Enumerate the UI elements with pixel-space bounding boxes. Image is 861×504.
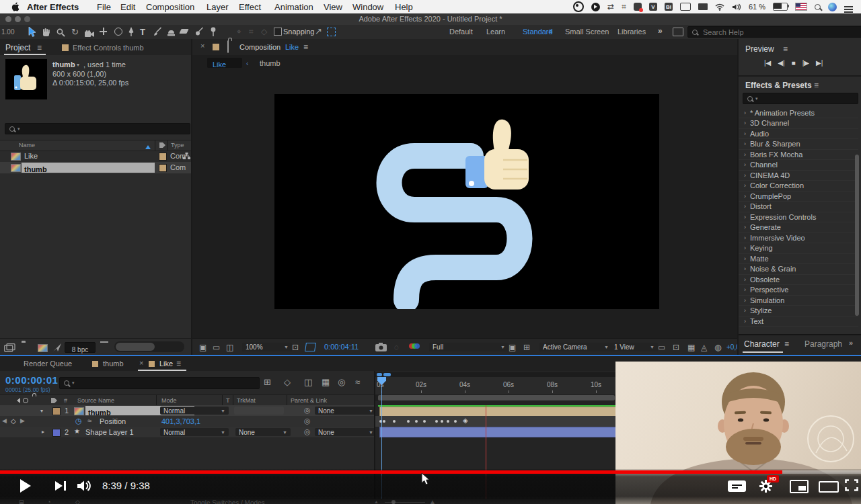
effects-category[interactable]: ›Keying — [739, 243, 858, 254]
project-row-name[interactable]: Like — [24, 152, 38, 160]
keyframe-diamond[interactable]: ◈ — [463, 417, 468, 424]
tab-thumb[interactable]: thumb — [103, 360, 124, 368]
bit-depth-button[interactable]: 8 bpc — [65, 342, 96, 353]
snapshot-camera-icon[interactable] — [375, 343, 387, 351]
puppet-pin-tool-icon[interactable] — [210, 27, 217, 40]
timeline-button-icon[interactable]: ▦ — [687, 343, 695, 351]
theater-mode-button[interactable] — [819, 481, 839, 493]
menu-animation[interactable]: Animation — [274, 2, 313, 12]
keyframe-dot[interactable] — [383, 420, 385, 423]
effects-scrollbar[interactable] — [855, 155, 859, 316]
menu-window[interactable]: Window — [352, 2, 383, 12]
previous-keyframe-icon[interactable]: ◀ — [2, 417, 7, 424]
sort-ascending-icon[interactable] — [145, 142, 151, 149]
hand-tool-icon[interactable] — [42, 28, 50, 40]
bi-app-icon[interactable]: BI — [665, 3, 673, 11]
effects-category[interactable]: ›Text — [739, 316, 858, 327]
layer-label-swatch[interactable] — [52, 429, 61, 437]
column-trkmat[interactable]: TrkMat — [237, 397, 256, 404]
comp-flowchart-icon[interactable]: ◬ — [701, 343, 707, 351]
keyframe-dot[interactable] — [423, 420, 426, 423]
timeline-panel-menu-icon[interactable]: ≡ — [176, 360, 181, 368]
workspace-standard-menu-icon[interactable]: ≡ — [549, 28, 553, 35]
effects-category[interactable]: ›Distort — [739, 202, 858, 212]
workspace-small-screen[interactable]: Small Screen — [565, 28, 609, 36]
pixel-aspect-icon[interactable]: ▭ — [658, 343, 665, 351]
reset-exposure-icon[interactable]: ◍ — [714, 343, 721, 351]
magnification-dropdown[interactable]: 100%▼ — [242, 343, 292, 351]
type-tool-icon[interactable]: T — [140, 27, 145, 37]
frame-blending-icon[interactable]: ▦ — [322, 378, 330, 386]
spotlight-icon[interactable] — [815, 4, 821, 10]
tab-project[interactable]: Project — [5, 43, 30, 52]
menu-edit[interactable]: Edit — [120, 2, 135, 12]
clone-stamp-tool-icon[interactable] — [167, 28, 176, 40]
effects-category[interactable]: ›Blur & Sharpen — [739, 139, 858, 150]
effects-category[interactable]: ›Stylize — [739, 306, 858, 317]
panel-overflow-chevron[interactable]: » — [849, 339, 853, 347]
motion-blur-icon[interactable]: ◎ — [338, 378, 345, 386]
project-item-thumbnail[interactable] — [5, 59, 47, 99]
preview-panel-title[interactable]: Preview — [745, 44, 774, 54]
column-name[interactable]: Name — [19, 142, 35, 149]
solo-column-icon[interactable] — [23, 398, 28, 403]
region-of-interest-icon[interactable]: ▣ — [509, 343, 516, 351]
menu-help[interactable]: Help — [395, 2, 413, 12]
preview-panel-menu-icon[interactable]: ≡ — [783, 45, 788, 53]
effects-search-field[interactable]: ▾ — [743, 93, 858, 104]
pickwhip-icon[interactable]: ◎ — [304, 427, 311, 436]
effects-category[interactable]: ›Noise & Grain — [739, 264, 858, 275]
keyframe-dot[interactable] — [393, 420, 396, 423]
effects-category[interactable]: ›Perspective — [739, 285, 858, 296]
menu-composition[interactable]: Composition — [146, 2, 194, 12]
mask-visibility-icon[interactable] — [305, 343, 316, 351]
local-axis-mode-icon[interactable]: ⌖ — [237, 28, 241, 36]
timeline-search-input[interactable] — [77, 378, 235, 388]
miniplayer-button[interactable] — [790, 480, 809, 493]
menu-effect[interactable]: Effect — [239, 2, 261, 12]
effects-search-input[interactable] — [761, 94, 844, 103]
project-panel-menu-icon[interactable]: ≡ — [37, 44, 42, 52]
close-tab-icon[interactable]: × — [200, 42, 204, 50]
menu-file[interactable]: File — [97, 2, 111, 12]
blend-mode-dropdown[interactable]: Normal▼ — [160, 407, 229, 415]
parent-dropdown[interactable]: None▼ — [315, 428, 377, 436]
tab-effect-controls[interactable]: Effect Controls thumb — [73, 44, 144, 52]
timeline-search-field[interactable]: ▾ — [59, 377, 260, 389]
selected-name-field[interactable]: thumb — [22, 163, 155, 173]
help-search-input[interactable] — [702, 28, 839, 37]
expand-caret-icon[interactable]: ▾ — [40, 408, 43, 414]
column-parent-link[interactable]: Parent & Link — [291, 397, 327, 404]
parent-dropdown[interactable]: None▼ — [315, 407, 377, 415]
stopwatch-icon[interactable]: ◷ — [75, 417, 82, 425]
effects-category[interactable]: ›Generate — [739, 222, 858, 233]
roto-brush-tool-icon[interactable] — [195, 27, 204, 39]
window-minimize-button[interactable] — [15, 16, 21, 22]
keyframe-dot[interactable] — [415, 420, 418, 423]
view-layout-dropdown[interactable]: 1 View▼ — [611, 343, 658, 351]
display-icon[interactable] — [698, 3, 708, 10]
battery-icon[interactable] — [773, 3, 788, 11]
video-progress-track[interactable] — [0, 470, 861, 474]
label-column-icon[interactable] — [159, 142, 165, 148]
menu-view[interactable]: View — [324, 2, 342, 12]
effects-category[interactable]: ›Channel — [739, 160, 858, 171]
notification-center-icon[interactable] — [844, 6, 853, 7]
effects-category[interactable]: ›Immersive Video — [739, 233, 858, 243]
blend-mode-dropdown[interactable]: Normal▼ — [160, 428, 229, 436]
collapse-caret-icon[interactable]: ▸ — [42, 429, 44, 435]
layer-name[interactable]: Shape Layer 1 — [85, 428, 134, 436]
always-preview-icon[interactable]: ▣ — [199, 343, 207, 351]
column-type[interactable]: Type — [171, 142, 184, 149]
effects-category[interactable]: ›Matte — [739, 253, 858, 264]
siri-icon[interactable] — [828, 3, 837, 11]
effects-category[interactable]: ›CINEMA 4D — [739, 170, 858, 181]
composition-viewer[interactable] — [274, 94, 659, 309]
item-name-dropdown-icon[interactable]: ▾ — [77, 62, 79, 68]
label-swatch[interactable] — [159, 164, 167, 172]
layer-row-shape[interactable]: ▸ 2 ★ Shape Layer 1 Normal▼ None▼ ◎ None… — [0, 427, 374, 438]
previous-frame-button[interactable]: ◀| — [778, 59, 784, 67]
main-viewer-icon[interactable]: ▭ — [213, 343, 220, 351]
fullscreen-button[interactable] — [845, 479, 858, 491]
property-value[interactable]: 401,3,703,1 — [161, 417, 200, 425]
